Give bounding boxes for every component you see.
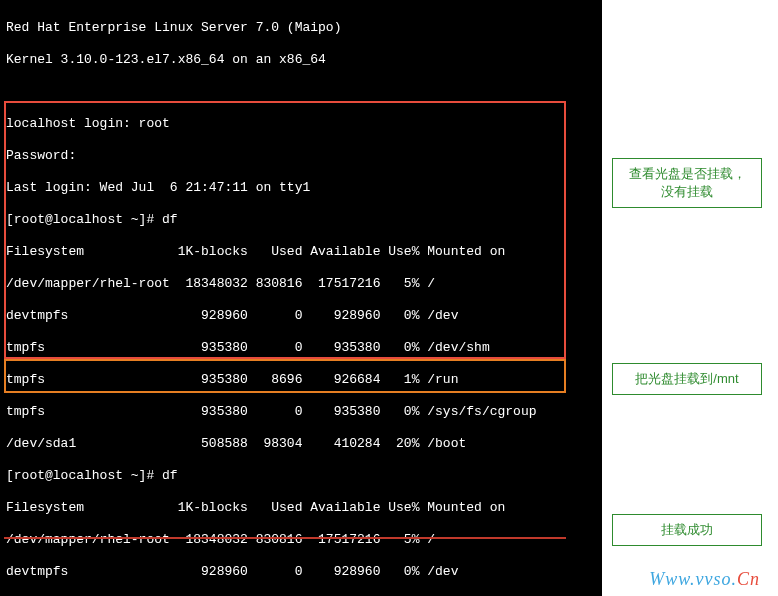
watermark: Www.vvso.Cn — [649, 569, 760, 590]
kernel-line: Kernel 3.10.0-123.el7.x86_64 on an x86_6… — [6, 52, 596, 68]
df-cmd-2: [root@localhost ~]# df — [6, 468, 596, 484]
watermark-part: W — [649, 569, 665, 589]
df-row: devtmpfs 928960 0 928960 0% /dev — [6, 564, 596, 580]
df-row: tmpfs 935380 8696 926684 1% /run — [6, 372, 596, 388]
df-row: tmpfs 935380 0 935380 0% /sys/fs/cgroup — [6, 404, 596, 420]
terminal[interactable]: Red Hat Enterprise Linux Server 7.0 (Mai… — [0, 0, 602, 596]
last-login: Last login: Wed Jul 6 21:47:11 on tty1 — [6, 180, 596, 196]
watermark-part: vvso. — [696, 569, 737, 589]
df-cmd-1: [root@localhost ~]# df — [6, 212, 596, 228]
annotation-text: 挂载成功 — [661, 521, 713, 539]
df-header-1: Filesystem 1K-blocks Used Available Use%… — [6, 244, 596, 260]
watermark-part: ww. — [665, 569, 695, 589]
df-header-2: Filesystem 1K-blocks Used Available Use%… — [6, 500, 596, 516]
login-prompt: localhost login: root — [6, 116, 596, 132]
df-row: /dev/mapper/rhel-root 18348032 830816 17… — [6, 276, 596, 292]
annotation-text: 把光盘挂载到/mnt — [635, 370, 738, 388]
df-row: /dev/sda1 508588 98304 410284 20% /boot — [6, 436, 596, 452]
df-row: /dev/mapper/rhel-root 18348032 830816 17… — [6, 532, 596, 548]
annotation-check-mount: 查看光盘是否挂载， 没有挂载 — [612, 158, 762, 208]
header-line: Red Hat Enterprise Linux Server 7.0 (Mai… — [6, 20, 596, 36]
df-row: tmpfs 935380 0 935380 0% /dev/shm — [6, 340, 596, 356]
blank-line — [6, 84, 596, 100]
watermark-part: Cn — [737, 569, 760, 589]
df-row: devtmpfs 928960 0 928960 0% /dev — [6, 308, 596, 324]
password-prompt: Password: — [6, 148, 596, 164]
annotation-mount-to-mnt: 把光盘挂载到/mnt — [612, 363, 762, 395]
annotation-mount-success: 挂载成功 — [612, 514, 762, 546]
annotation-text: 查看光盘是否挂载， — [629, 166, 746, 181]
annotation-text: 没有挂载 — [661, 184, 713, 199]
